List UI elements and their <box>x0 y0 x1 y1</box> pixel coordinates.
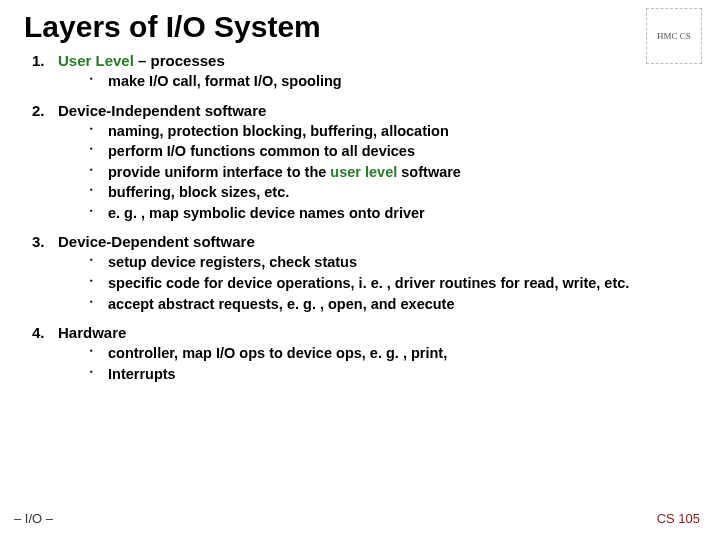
footer-right: CS 105 <box>657 511 700 526</box>
bullet-list: setup device registers, check status spe… <box>90 253 696 314</box>
layer-1: 1.User Level – processes make I/O call, … <box>32 52 696 92</box>
item-number: 2. <box>32 102 58 119</box>
layers-list: 1.User Level – processes make I/O call, … <box>32 52 696 384</box>
bullet: provide uniform interface to the user le… <box>90 163 696 183</box>
bullet-list: naming, protection blocking, buffering, … <box>90 122 696 224</box>
bullet: specific code for device operations, i. … <box>90 274 696 294</box>
item-number: 1. <box>32 52 58 69</box>
item-heading: Hardware <box>58 324 126 341</box>
bullet: make I/O call, format I/O, spooling <box>90 72 696 92</box>
item-heading: Device-Independent software <box>58 102 266 119</box>
bullet: e. g. , map symbolic device names onto d… <box>90 204 696 224</box>
bullet: controller, map I/O ops to device ops, e… <box>90 344 696 364</box>
bullet: Interrupts <box>90 365 696 385</box>
layer-2: 2.Device-Independent software naming, pr… <box>32 102 696 224</box>
item-number: 4. <box>32 324 58 341</box>
college-logo: HMC CS <box>646 8 702 64</box>
bullet: accept abstract requests, e. g. , open, … <box>90 295 696 315</box>
item-number: 3. <box>32 233 58 250</box>
bullet-list: controller, map I/O ops to device ops, e… <box>90 344 696 384</box>
slide-title: Layers of I/O System <box>24 10 696 44</box>
item-heading: User Level – processes <box>58 52 225 69</box>
layer-3: 3.Device-Dependent software setup device… <box>32 233 696 314</box>
bullet-list: make I/O call, format I/O, spooling <box>90 72 696 92</box>
item-heading: Device-Dependent software <box>58 233 255 250</box>
bullet: buffering, block sizes, etc. <box>90 183 696 203</box>
bullet: setup device registers, check status <box>90 253 696 273</box>
bullet: naming, protection blocking, buffering, … <box>90 122 696 142</box>
footer-left: – I/O – <box>14 511 53 526</box>
bullet: perform I/O functions common to all devi… <box>90 142 696 162</box>
layer-4: 4.Hardware controller, map I/O ops to de… <box>32 324 696 384</box>
